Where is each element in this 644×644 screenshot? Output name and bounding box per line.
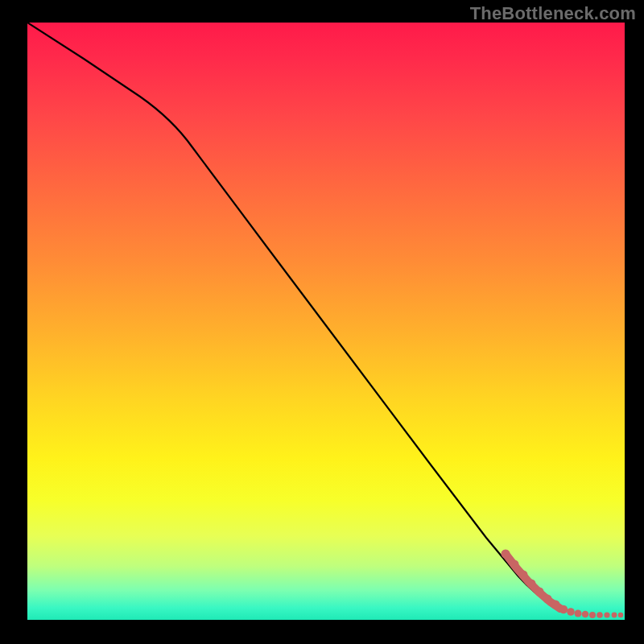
bottleneck-curve: [27, 23, 560, 609]
tail-marker-icon: [502, 550, 510, 559]
tail-marker-icon: [589, 612, 596, 618]
overlay-svg: [27, 23, 625, 620]
tail-marker-icon: [510, 560, 519, 569]
tail-marker-icon: [618, 613, 623, 617]
tail-marker-icon: [519, 571, 528, 580]
tail-marker-group: [502, 550, 624, 619]
tail-marker-icon: [543, 595, 552, 604]
tail-marker-icon: [567, 608, 575, 616]
tail-marker-icon: [612, 613, 617, 618]
tail-marker-icon: [597, 612, 603, 618]
tail-marker-icon: [575, 610, 582, 617]
chart-stage: TheBottleneck.com: [0, 0, 644, 644]
tail-marker-icon: [535, 588, 544, 597]
tail-marker-icon: [559, 605, 568, 613]
tail-marker-icon: [604, 612, 609, 617]
plot-area: [27, 23, 625, 620]
tail-marker-icon: [582, 611, 589, 618]
watermark-text: TheBottleneck.com: [470, 3, 636, 24]
tail-marker-icon: [527, 580, 536, 588]
tail-marker-icon: [551, 601, 560, 609]
